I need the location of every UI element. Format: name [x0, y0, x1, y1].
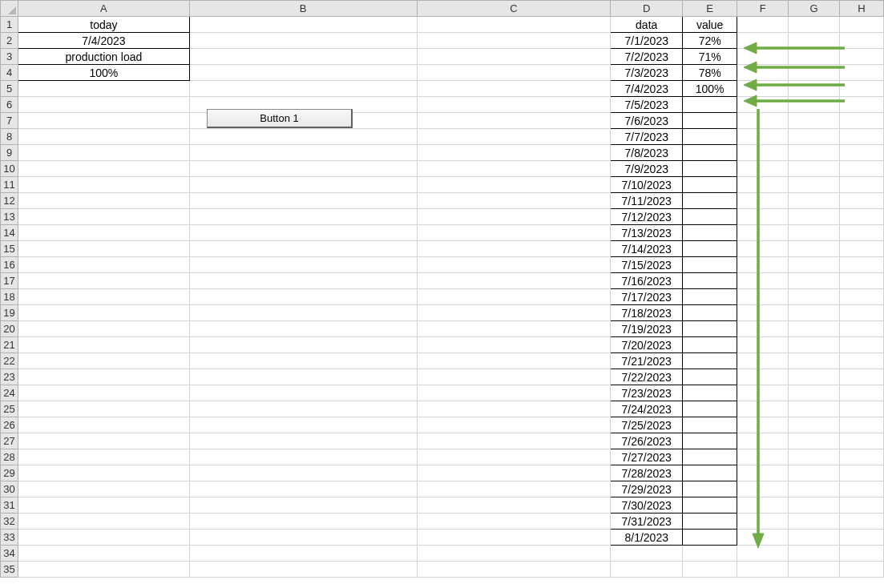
cell[interactable]: 7/28/2023 [611, 465, 683, 481]
cell[interactable] [18, 161, 189, 177]
cell[interactable]: 7/15/2023 [611, 257, 683, 273]
cell[interactable]: 72% [683, 33, 737, 49]
cell[interactable] [417, 465, 611, 481]
cell[interactable] [683, 321, 737, 337]
cell[interactable] [789, 513, 840, 530]
cell[interactable] [839, 81, 883, 97]
cell[interactable] [417, 113, 611, 129]
cell[interactable] [737, 97, 789, 113]
cell[interactable] [18, 321, 189, 337]
cell[interactable] [683, 546, 737, 562]
cell[interactable] [789, 417, 840, 433]
cell[interactable] [839, 497, 883, 513]
cell[interactable] [737, 433, 789, 449]
cell[interactable]: 7/20/2023 [611, 337, 683, 353]
cell[interactable] [789, 481, 840, 497]
cell[interactable]: 7/2/2023 [611, 49, 683, 65]
cell[interactable] [839, 209, 883, 225]
cell[interactable] [18, 546, 189, 562]
cell[interactable] [417, 241, 611, 257]
cell[interactable]: 71% [683, 49, 737, 65]
cell[interactable]: 7/29/2023 [611, 481, 683, 497]
row-header[interactable]: 4 [1, 65, 18, 81]
cell[interactable]: 8/1/2023 [611, 530, 683, 546]
cell[interactable] [417, 161, 611, 177]
cell[interactable]: 7/9/2023 [611, 161, 683, 177]
cell[interactable] [789, 385, 840, 401]
cell[interactable] [737, 385, 789, 401]
select-all-corner[interactable] [1, 1, 18, 17]
cell[interactable] [189, 49, 417, 65]
cell[interactable] [189, 321, 417, 337]
cell[interactable] [18, 257, 189, 273]
cell[interactable] [789, 113, 840, 129]
cell[interactable] [683, 161, 737, 177]
cell[interactable] [417, 417, 611, 433]
cell[interactable] [839, 33, 883, 49]
row-header[interactable]: 28 [1, 449, 18, 465]
cell[interactable]: 7/8/2023 [611, 145, 683, 161]
cell[interactable] [737, 465, 789, 481]
cell[interactable] [789, 225, 840, 241]
col-header-C[interactable]: C [417, 1, 611, 17]
row-header[interactable]: 34 [1, 546, 18, 562]
cell[interactable]: 7/4/2023 [18, 33, 189, 49]
cell[interactable] [789, 17, 840, 33]
cell[interactable] [737, 81, 789, 97]
cell[interactable]: 7/7/2023 [611, 129, 683, 145]
cell[interactable] [683, 97, 737, 113]
cell[interactable] [737, 513, 789, 530]
cell[interactable] [417, 562, 611, 578]
cell[interactable] [737, 369, 789, 385]
cell[interactable] [789, 433, 840, 449]
cell[interactable] [611, 546, 683, 562]
row-header[interactable]: 31 [1, 497, 18, 513]
row-header[interactable]: 12 [1, 193, 18, 209]
cell[interactable] [18, 353, 189, 369]
cell[interactable] [839, 273, 883, 289]
cell[interactable] [737, 321, 789, 337]
cell[interactable] [417, 209, 611, 225]
col-header-E[interactable]: E [683, 1, 737, 17]
row-header[interactable]: 8 [1, 129, 18, 145]
cell[interactable] [417, 353, 611, 369]
cell[interactable] [789, 321, 840, 337]
cell[interactable] [417, 177, 611, 193]
cell[interactable] [189, 465, 417, 481]
cell[interactable] [789, 562, 840, 578]
cell[interactable] [683, 273, 737, 289]
row-header[interactable]: 23 [1, 369, 18, 385]
cell[interactable] [683, 193, 737, 209]
cell[interactable] [18, 401, 189, 417]
cell[interactable] [189, 273, 417, 289]
cell[interactable] [417, 289, 611, 305]
cell[interactable] [789, 145, 840, 161]
row-header[interactable]: 16 [1, 257, 18, 273]
cell[interactable]: 7/4/2023 [611, 81, 683, 97]
cell[interactable]: 7/10/2023 [611, 177, 683, 193]
cell[interactable] [189, 193, 417, 209]
row-header[interactable]: 21 [1, 337, 18, 353]
cell[interactable] [18, 433, 189, 449]
cell[interactable] [417, 497, 611, 513]
cell[interactable] [417, 481, 611, 497]
cell[interactable] [18, 481, 189, 497]
row-header[interactable]: 30 [1, 481, 18, 497]
cell[interactable] [789, 369, 840, 385]
cell[interactable] [683, 465, 737, 481]
col-header-G[interactable]: G [789, 1, 840, 17]
cell[interactable] [189, 417, 417, 433]
col-header-A[interactable]: A [18, 1, 189, 17]
cell[interactable] [18, 97, 189, 113]
row-header[interactable]: 14 [1, 225, 18, 241]
cell[interactable] [417, 65, 611, 81]
cell[interactable] [839, 177, 883, 193]
cell[interactable] [189, 289, 417, 305]
cell[interactable]: 7/23/2023 [611, 385, 683, 401]
cell[interactable] [189, 497, 417, 513]
row-header[interactable]: 26 [1, 417, 18, 433]
cell[interactable] [417, 225, 611, 241]
cell[interactable] [189, 177, 417, 193]
cell[interactable] [789, 273, 840, 289]
cell[interactable] [683, 433, 737, 449]
